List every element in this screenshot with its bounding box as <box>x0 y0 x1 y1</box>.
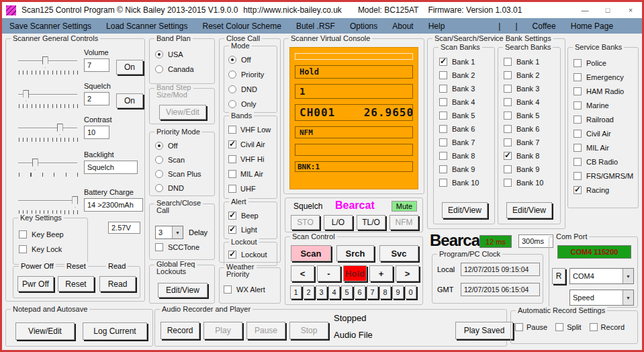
checkbox[interactable] <box>228 226 236 234</box>
search-bank-checkbox-item[interactable]: Bank 3 <box>498 82 560 95</box>
menu-item[interactable]: Reset Colour Scheme <box>195 21 289 31</box>
checkbox[interactable] <box>228 140 236 148</box>
checkbox[interactable] <box>439 165 447 173</box>
audio-transport-button[interactable]: Pause <box>246 322 285 339</box>
alert-checkbox-item[interactable]: Beep <box>224 208 277 222</box>
band-step-view-edit-button[interactable]: View/Edit <box>159 105 206 120</box>
squelch-function-button[interactable]: TL/O <box>357 215 385 230</box>
band-checkbox-item[interactable]: VHF Hi <box>224 152 277 167</box>
checkbox[interactable] <box>573 186 582 194</box>
hold-button[interactable]: Hold <box>343 265 367 281</box>
scan-banks-edit-view-button[interactable]: Edit/View <box>442 202 488 218</box>
scan-bank-checkbox-item[interactable]: Bank 4 <box>434 95 494 109</box>
checkbox[interactable] <box>439 85 447 93</box>
digit-button[interactable]: 2 <box>303 285 314 299</box>
search-bank-checkbox-item[interactable]: Bank 7 <box>498 136 560 149</box>
read-button[interactable]: Read <box>99 276 136 292</box>
key-setting-checkbox-item[interactable]: Key Lock <box>13 242 87 257</box>
slider-thumb[interactable] <box>57 124 63 135</box>
search-bank-checkbox-item[interactable]: Bank 1 <box>498 55 560 69</box>
checkbox[interactable] <box>573 101 582 109</box>
radio-button[interactable] <box>228 100 236 108</box>
key-setting-checkbox-item[interactable]: Key Beep <box>13 227 87 242</box>
radio-button[interactable] <box>228 56 236 64</box>
menu-item[interactable]: Home Page <box>563 21 620 31</box>
checkbox[interactable] <box>224 285 232 294</box>
search-bank-checkbox-item[interactable]: Bank 6 <box>498 122 560 136</box>
radio-button[interactable] <box>155 50 163 58</box>
scan-bank-checkbox-item[interactable]: Bank 6 <box>434 122 494 136</box>
checkbox[interactable] <box>573 116 582 124</box>
plus-button[interactable]: + <box>369 265 393 281</box>
audio-transport-button[interactable]: Record <box>160 322 199 339</box>
checkbox[interactable] <box>504 85 512 93</box>
com-speed-dropdown[interactable]: Speed ▼ <box>569 290 634 306</box>
radio-button[interactable] <box>155 184 163 192</box>
digit-button[interactable]: 3 <box>316 285 327 299</box>
checkbox[interactable] <box>228 251 236 259</box>
priority-mode-radio[interactable]: Scan <box>150 152 214 167</box>
menu-item[interactable]: Butel .RSF <box>289 21 342 31</box>
squelch-on-button[interactable]: On <box>116 93 143 108</box>
priority-mode-radio[interactable]: Scan Plus <box>150 167 214 181</box>
digit-button[interactable]: 7 <box>367 285 378 299</box>
checkbox[interactable] <box>573 144 582 152</box>
checkbox[interactable] <box>504 112 512 120</box>
service-button[interactable]: Svc <box>379 245 418 261</box>
checkbox[interactable] <box>504 71 512 79</box>
menu-item[interactable]: About <box>385 21 420 31</box>
auto-record-checkbox-item[interactable]: Record <box>587 323 625 331</box>
digit-button[interactable]: 1 <box>290 285 302 299</box>
close-call-mode-radio[interactable]: Priority <box>224 67 277 82</box>
band-plan-radio[interactable]: USA <box>150 47 214 62</box>
power-off-button[interactable]: Pwr Off <box>17 276 54 292</box>
maximize-icon[interactable]: □ <box>596 2 619 18</box>
service-bank-checkbox-item[interactable]: Racing <box>568 183 638 197</box>
chevron-down-icon[interactable]: ▼ <box>172 226 183 238</box>
close-call-mode-radio[interactable]: Off <box>224 52 277 67</box>
band-checkbox-item[interactable]: Civil Air <box>224 137 277 152</box>
service-bank-checkbox-item[interactable]: HAM Radio <box>568 84 638 98</box>
com-port-dropdown[interactable]: COM4 ▼ <box>569 268 634 284</box>
audio-transport-button[interactable]: Play <box>203 322 242 339</box>
radio-button[interactable] <box>155 156 163 164</box>
scan-bank-checkbox-item[interactable]: Bank 9 <box>434 163 494 176</box>
next-channel-button[interactable]: > <box>396 265 419 281</box>
checkbox[interactable] <box>573 59 582 67</box>
scan-bank-checkbox-item[interactable]: Bank 5 <box>434 109 494 122</box>
squelch-slider[interactable] <box>18 90 77 110</box>
scan-bank-checkbox-item[interactable]: Bank 2 <box>434 69 494 82</box>
menu-item[interactable]: Options <box>342 21 385 31</box>
scan-bank-checkbox-item[interactable]: Bank 7 <box>434 136 494 149</box>
checkbox[interactable] <box>504 58 512 66</box>
delay-dropdown[interactable]: 3 ▼ <box>155 226 183 239</box>
digit-button[interactable]: 9 <box>392 285 404 299</box>
checkbox[interactable] <box>439 152 447 160</box>
search-bank-checkbox-item[interactable]: Bank 2 <box>498 69 560 82</box>
checkbox[interactable] <box>573 73 582 81</box>
radio-button[interactable] <box>228 85 236 93</box>
checkbox[interactable] <box>439 125 447 133</box>
checkbox[interactable] <box>155 243 163 251</box>
checkbox[interactable] <box>573 158 582 166</box>
checkbox[interactable] <box>439 58 447 66</box>
chevron-down-icon[interactable]: ▼ <box>623 269 633 283</box>
volume-on-button[interactable]: On <box>116 60 143 75</box>
radio-button[interactable] <box>155 170 163 178</box>
alert-checkbox-item[interactable]: Light <box>224 222 277 236</box>
service-bank-checkbox-item[interactable]: FRS/GMRS/M <box>568 169 638 183</box>
search-bank-checkbox-item[interactable]: Bank 5 <box>498 109 560 122</box>
search-bank-checkbox-item[interactable]: Bank 9 <box>498 163 560 176</box>
squelch-function-button[interactable]: L/O <box>324 215 353 230</box>
close-call-mode-radio[interactable]: Only <box>224 97 277 112</box>
notepad-view-edit-button[interactable]: View/Edit <box>15 322 75 340</box>
scan-bank-checkbox-item[interactable]: Bank 1 <box>434 55 494 69</box>
checkbox[interactable] <box>504 125 512 133</box>
checkbox[interactable] <box>439 179 447 187</box>
priority-mode-radio[interactable]: DND <box>150 181 214 195</box>
band-checkbox-item[interactable]: VHF Low <box>224 122 277 137</box>
service-bank-checkbox-item[interactable]: Marine <box>568 98 638 112</box>
checkbox[interactable] <box>439 98 447 106</box>
checkbox[interactable] <box>228 170 236 178</box>
auto-record-checkbox-item[interactable]: Pause <box>512 323 547 331</box>
